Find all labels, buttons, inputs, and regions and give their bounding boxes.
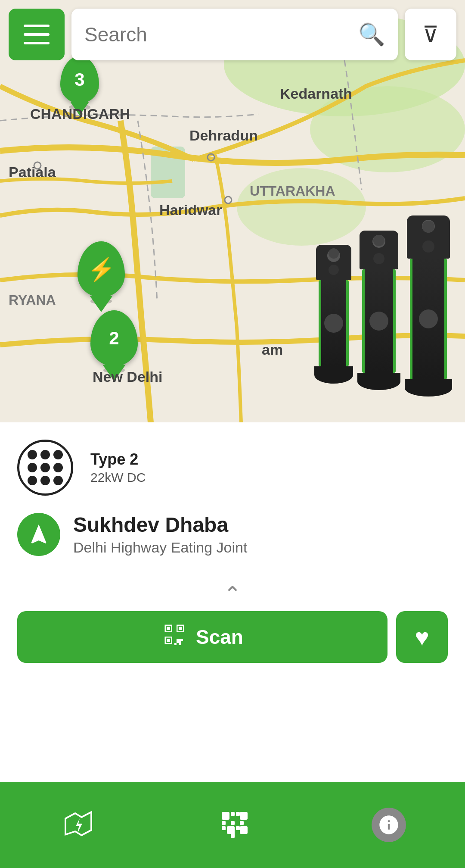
- action-row: Scan ♥: [17, 611, 448, 663]
- connector-type: Type 2: [90, 450, 146, 468]
- scan-button-label: Scan: [196, 625, 243, 649]
- location-text: Sukhdev Dhaba Delhi Highway Eating Joint: [73, 513, 247, 556]
- chevron-up-icon: ⌃: [223, 582, 242, 607]
- qr-scan-nav-icon: [215, 806, 254, 844]
- navigation-icon-wrap: [17, 513, 60, 556]
- connector-power: 22kW DC: [90, 470, 146, 485]
- location-name: Sukhdev Dhaba: [73, 513, 247, 537]
- navigation-icon: [27, 522, 51, 546]
- chevron-row: ⌃: [17, 578, 448, 611]
- charger-image: [314, 215, 452, 397]
- search-bar: 🔍: [71, 9, 398, 60]
- connector-info: Type 2 22kW DC: [90, 450, 146, 485]
- map-lightning-nav-icon: [59, 806, 98, 844]
- search-input[interactable]: [84, 23, 354, 46]
- bottom-navigation: [0, 782, 465, 868]
- favorite-button[interactable]: ♥: [396, 611, 448, 663]
- info-panel: Type 2 22kW DC Sukhdev Dhaba Delhi Highw…: [0, 422, 465, 689]
- svg-rect-12: [222, 821, 226, 825]
- info-icon: [378, 814, 400, 836]
- svg-rect-9: [231, 812, 235, 816]
- map-pin-delhi[interactable]: 2: [90, 310, 138, 373]
- info-nav-icon: [372, 808, 406, 842]
- filter-button[interactable]: ⊽: [405, 9, 456, 60]
- location-row: Sukhdev Dhaba Delhi Highway Eating Joint: [17, 513, 448, 556]
- svg-rect-8: [222, 812, 229, 820]
- svg-rect-14: [240, 821, 244, 825]
- svg-rect-10: [236, 812, 240, 816]
- connector-icon: [17, 440, 73, 496]
- connector-section: Type 2 22kW DC: [17, 440, 448, 496]
- nav-item-info[interactable]: [372, 808, 406, 842]
- nav-item-map[interactable]: [59, 806, 98, 844]
- svg-rect-11: [240, 812, 248, 820]
- svg-rect-18: [240, 826, 248, 834]
- nav-item-scan[interactable]: [215, 806, 254, 844]
- heart-icon: ♥: [415, 623, 429, 651]
- qr-icon: [161, 621, 187, 653]
- location-subtitle: Delhi Highway Eating Joint: [73, 539, 247, 556]
- svg-rect-17: [236, 826, 240, 830]
- map-pin-lightning[interactable]: ⚡: [78, 241, 125, 304]
- qr-code-icon: [161, 621, 187, 647]
- scan-button[interactable]: Scan: [17, 611, 388, 663]
- svg-rect-15: [222, 826, 226, 830]
- search-icon: 🔍: [358, 22, 385, 47]
- menu-button[interactable]: [9, 9, 65, 60]
- svg-rect-13: [231, 821, 235, 825]
- header: 🔍 ⊽: [0, 0, 465, 69]
- svg-rect-19: [231, 830, 235, 838]
